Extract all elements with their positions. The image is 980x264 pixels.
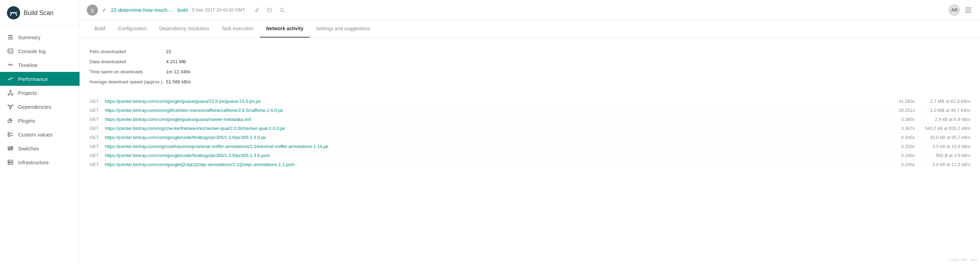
svg-point-23 — [9, 161, 10, 162]
top-header: g ✓ 22-determine-how-much-... build 5 De… — [80, 0, 980, 20]
sidebar-item-timeline-label: Timeline — [18, 62, 38, 68]
svg-rect-19 — [8, 149, 13, 150]
gradle-elephant-icon — [7, 6, 20, 19]
sidebar-item-console-log[interactable]: Console log — [0, 44, 80, 58]
download-row: GEThttps://jcenter.bintray.com/org/check… — [90, 124, 970, 133]
download-list: GEThttps://jcenter.bintray.com/com/googl… — [90, 97, 970, 169]
http-method: GET — [90, 99, 101, 104]
download-size: 3.5 kB at 13.9 kB/s — [915, 144, 970, 149]
projects-icon — [7, 89, 14, 96]
download-row: GEThttps://jcenter.bintray.com/com/googl… — [90, 133, 970, 142]
history-icon-button[interactable] — [265, 5, 274, 15]
user-profile-avatar[interactable]: AO — [949, 5, 960, 16]
content-area: Files downloaded 22 Data downloaded 4.15… — [80, 38, 980, 264]
data-downloaded-label: Data downloaded — [90, 58, 166, 66]
http-method: GET — [90, 126, 101, 131]
tab-settings-suggestions[interactable]: Settings and suggestions — [310, 20, 377, 38]
download-size: 33.0 kB at 95.7 kB/s — [915, 135, 970, 140]
menu-line-3 — [965, 12, 971, 13]
download-time: 41.583s — [890, 99, 915, 104]
download-url[interactable]: https://jcenter.bintray.com/org/codehaus… — [105, 144, 886, 149]
download-meta: 0.248s965 B at 3.9 kB/s — [890, 153, 970, 158]
download-url[interactable]: https://jcenter.bintray.com/com/google/c… — [105, 135, 886, 140]
tab-dependency-resolution[interactable]: Dependency resolution — [153, 20, 215, 38]
sidebar-item-custom-values[interactable]: Custom values — [0, 127, 80, 142]
sidebar-item-infrastructure-label: Infrastructure — [18, 159, 49, 165]
console-icon — [7, 48, 14, 54]
download-time: 20.251s — [890, 108, 915, 113]
download-time: 0.250s — [890, 144, 915, 149]
stats-grid: Files downloaded 22 Data downloaded 4.15… — [90, 48, 970, 86]
svg-point-9 — [11, 94, 13, 95]
files-downloaded-label: Files downloaded — [90, 48, 166, 56]
download-meta: 0.380s2.6 kB at 6.9 kB/s — [890, 117, 970, 122]
sidebar-item-plugins-label: Plugins — [18, 118, 35, 124]
tab-configuration[interactable]: Configuration — [111, 20, 153, 38]
svg-rect-3 — [8, 35, 13, 36]
tab-task-execution[interactable]: Task execution — [215, 20, 260, 38]
download-meta: 0.345s33.0 kB at 95.7 kB/s — [890, 135, 970, 140]
download-url[interactable]: https://jcenter.bintray.com/com/google/j… — [105, 162, 886, 167]
menu-line-2 — [965, 10, 971, 10]
logo-text: Build Scan — [24, 10, 54, 17]
sidebar-item-console-label: Console log — [18, 48, 46, 54]
svg-point-18 — [11, 147, 12, 148]
svg-point-20 — [9, 149, 10, 150]
main-area: g ✓ 22-determine-how-much-... build 5 De… — [80, 0, 980, 264]
download-meta: 41.583s2.7 MB at 62.9 KB/s — [890, 99, 970, 104]
tab-build[interactable]: Build — [88, 20, 111, 38]
link-icon-button[interactable] — [252, 5, 262, 15]
svg-rect-17 — [8, 146, 13, 148]
sidebar-item-projects-label: Projects — [18, 90, 37, 96]
header-right: AO — [949, 5, 973, 16]
download-url[interactable]: https://jcenter.bintray.com/org/checkerf… — [105, 126, 886, 131]
download-url[interactable]: https://jcenter.bintray.com/com/github/b… — [105, 108, 886, 113]
download-row: GEThttps://jcenter.bintray.com/com/googl… — [90, 115, 970, 124]
download-size: 343.2 kB at 935.2 kB/s — [915, 126, 970, 131]
download-meta: 20.251s1.0 MB at 49.7 KB/s — [890, 108, 970, 113]
sidebar: Build Scan Summary Console log Timeline — [0, 0, 80, 264]
http-method: GET — [90, 135, 101, 140]
build-time: 5 Dec 2017 20:43:20 GMT — [192, 7, 245, 13]
download-url[interactable]: https://jcenter.bintray.com/com/google/c… — [105, 153, 886, 158]
svg-point-24 — [9, 163, 10, 164]
tab-network-activity[interactable]: Network activity — [260, 20, 309, 38]
sidebar-item-dependencies[interactable]: Dependencies — [0, 100, 80, 114]
sidebar-item-switches[interactable]: Switches — [0, 142, 80, 155]
search-icon-button[interactable] — [277, 5, 287, 15]
http-method: GET — [90, 162, 101, 167]
sidebar-item-plugins[interactable]: Plugins — [0, 114, 80, 127]
hamburger-menu-button[interactable] — [963, 5, 973, 15]
sidebar-item-custom-values-label: Custom values — [18, 132, 52, 138]
download-meta: 0.245s2.8 kB at 11.3 kB/s — [890, 162, 970, 167]
plugins-icon — [7, 117, 14, 124]
watermark: CGDH ©MC_Tony — [949, 258, 977, 262]
user-avatar: g — [87, 5, 98, 16]
build-label: build — [177, 7, 188, 13]
avg-speed-label: Average download speed (approx.) — [90, 78, 166, 86]
sidebar-item-summary[interactable]: Summary — [0, 30, 80, 44]
avg-speed-value: 51.566 kB/s — [166, 78, 235, 86]
download-row: GEThttps://jcenter.bintray.com/com/googl… — [90, 151, 970, 160]
tab-bar: Build Configuration Dependency resolutio… — [80, 20, 980, 38]
svg-rect-5 — [8, 38, 13, 39]
download-url[interactable]: https://jcenter.bintray.com/com/google/g… — [105, 99, 886, 104]
download-size: 2.7 MB at 62.9 KB/s — [915, 99, 970, 104]
svg-point-2 — [15, 13, 16, 14]
sidebar-item-timeline[interactable]: Timeline — [0, 58, 80, 72]
dependencies-icon — [7, 103, 14, 110]
download-meta: 0.250s3.5 kB at 13.9 kB/s — [890, 144, 970, 149]
download-row: GEThttps://jcenter.bintray.com/com/googl… — [90, 160, 970, 169]
timeline-icon — [7, 62, 14, 68]
summary-icon — [7, 34, 14, 41]
sidebar-item-infrastructure[interactable]: Infrastructure — [0, 155, 80, 169]
svg-rect-4 — [8, 37, 13, 38]
performance-icon — [7, 75, 14, 82]
sidebar-item-performance[interactable]: Performance — [0, 72, 80, 86]
download-url[interactable]: https://jcenter.bintray.com/com/google/g… — [105, 117, 886, 122]
sidebar-item-projects[interactable]: Projects — [0, 86, 80, 100]
download-size: 2.8 kB at 11.3 kB/s — [915, 162, 970, 167]
menu-line-1 — [965, 8, 971, 8]
data-downloaded-value: 4.151 MB — [166, 58, 235, 66]
build-link[interactable]: 22-determine-how-much-... — [111, 7, 173, 13]
